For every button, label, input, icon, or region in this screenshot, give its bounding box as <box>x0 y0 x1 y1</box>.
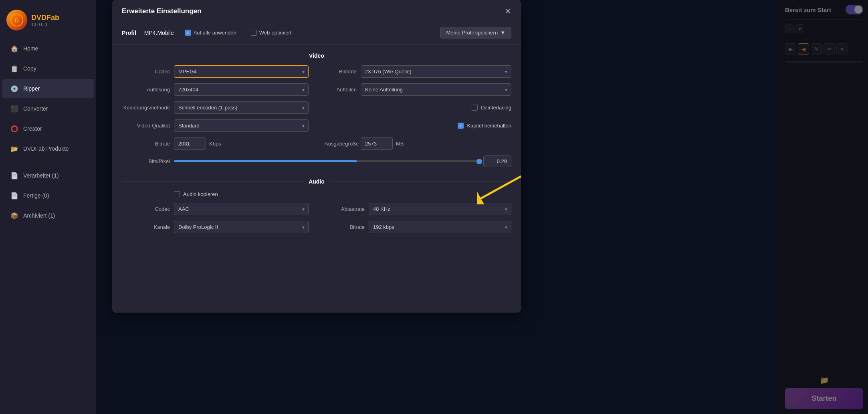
verarbeitet-icon: 📄 <box>10 172 18 180</box>
output-size-input[interactable] <box>361 137 393 150</box>
profile-label: Profil <box>122 30 136 36</box>
audio-codec-row: Codec AAC ▼ <box>122 203 309 215</box>
logo-icon: D <box>6 10 27 30</box>
bits-pixel-value[interactable] <box>483 156 511 167</box>
quality-row: Video-Qualität Standard ▼ <box>122 119 309 132</box>
app-version: 13.0.0.3 <box>31 22 59 27</box>
dvdfab-icon: 📂 <box>10 145 18 153</box>
sidebar-divider <box>6 162 90 162</box>
deinterlacing-group: Deinterlacing <box>472 105 511 111</box>
sidebar-item-verarbeitet[interactable]: 📄 Verarbeitet (1) <box>2 166 94 185</box>
sidebar-item-home[interactable]: 🏠 Home <box>2 39 94 58</box>
sidebar: D DVDFab 13.0.0.3 🏠 Home 📋 Copy 💿 Ripper… <box>0 0 96 414</box>
split-row: Aufteilen Keine Aufteilung ▼ <box>325 83 511 96</box>
audio-copy-group: Audio kopieren <box>174 191 218 197</box>
encoding-row: Kodierungsmethode Schnell encoden (1-pas… <box>122 101 309 114</box>
samplerate-label: Abtastrate <box>325 206 365 212</box>
sidebar-item-copy[interactable]: 📋 Copy <box>2 59 94 78</box>
framerate-row: Bildrate 23.976 (Wie Quelle) ▼ <box>325 65 511 78</box>
profile-name: MP4.Mobile <box>144 30 174 36</box>
channels-label: Kanäle <box>122 224 170 230</box>
save-profile-button[interactable]: Meine Profil speichern ▼ <box>440 27 512 38</box>
output-size-label: Ausgabegröße <box>325 141 357 147</box>
slider-thumb <box>476 159 482 164</box>
sidebar-nav: 🏠 Home 📋 Copy 💿 Ripper ⬛ Converter ⭕ Cre… <box>0 38 96 414</box>
quality-select[interactable]: Standard <box>174 119 309 132</box>
sidebar-item-archiviert[interactable]: 📦 Archiviert (1) <box>2 206 94 225</box>
ripper-icon: 💿 <box>10 85 18 93</box>
video-form-grid: Codec MPEG4 ▼ Bildrate 2 <box>122 65 511 150</box>
modal-overlay: Erweiterte Einstellungen ✕ Profil MP4.Mo… <box>96 0 868 414</box>
bitrate-label: Bitrate <box>122 141 170 147</box>
modal-header: Erweiterte Einstellungen ✕ <box>112 0 521 21</box>
keep-chapters-checkbox[interactable]: ✓ <box>458 123 464 129</box>
output-size-unit: MB <box>396 141 404 147</box>
sidebar-item-ripper[interactable]: 💿 Ripper <box>2 79 94 98</box>
codec-select[interactable]: MPEG4 <box>174 65 309 78</box>
copy-icon: 📋 <box>10 65 18 73</box>
codec-label: Codec <box>122 69 170 75</box>
framerate-label: Bildrate <box>325 69 357 75</box>
app-logo: D DVDFab 13.0.0.3 <box>0 4 96 38</box>
deinterlacing-checkbox[interactable] <box>472 105 478 111</box>
split-label: Aufteilen <box>325 87 357 93</box>
bits-pixel-slider[interactable] <box>174 160 479 162</box>
samplerate-row: Abtastrate 48 KHz ▼ <box>325 203 511 215</box>
modal-close-button[interactable]: ✕ <box>505 7 511 15</box>
keep-chapters-row: ✓ Kapitel beibehalten <box>325 119 511 132</box>
sidebar-bottom: 📄 Verarbeitet (1) 📄 Fertige (0) 📦 Archiv… <box>0 166 96 226</box>
video-section-divider: Video <box>122 53 511 59</box>
channels-select[interactable]: Dolby ProLogic II <box>174 221 309 233</box>
keep-chapters-group: ✓ Kapitel beibehalten <box>458 123 511 129</box>
split-select[interactable]: Keine Aufteilung <box>361 83 511 96</box>
sidebar-item-dvdfab-produkte[interactable]: 📂 DVDFab Produkte <box>2 139 94 158</box>
video-section-label: Video <box>309 53 324 59</box>
creator-icon: ⭕ <box>10 125 18 133</box>
home-icon: 🏠 <box>10 44 18 53</box>
framerate-select[interactable]: 23.976 (Wie Quelle) <box>361 65 511 78</box>
web-optimized-label: Web-optimiert <box>259 30 292 36</box>
channels-row: Kanäle Dolby ProLogic II ▼ <box>122 221 309 233</box>
audio-section-divider: Audio <box>122 178 511 185</box>
output-size-row: Ausgabegröße MB <box>325 137 511 150</box>
converter-icon: ⬛ <box>10 105 18 113</box>
resolution-label: Auflösung <box>122 87 170 93</box>
apply-all-checkbox[interactable]: ✓ <box>185 30 191 36</box>
bitrate-unit: Kbps <box>209 141 221 147</box>
audio-copy-checkbox[interactable] <box>174 191 180 197</box>
modal-body: Video Codec MPEG4 ▼ <box>112 44 521 243</box>
main-area: auf jedem Gerät. Mehr Erweiterte Einstel… <box>96 0 868 414</box>
svg-text:D: D <box>15 17 19 24</box>
sidebar-item-fertige[interactable]: 📄 Fertige (0) <box>2 186 94 205</box>
audio-copy-label: Audio kopieren <box>183 191 218 197</box>
encoding-select[interactable]: Schnell encoden (1-pass) <box>174 101 309 114</box>
audio-copy-row: Audio kopieren <box>122 191 511 197</box>
bitrate-row: Bitrate Kbps <box>122 137 309 150</box>
bitrate-input[interactable] <box>174 137 206 150</box>
fertige-icon: 📄 <box>10 192 18 200</box>
modal-title: Erweiterte Einstellungen <box>122 7 201 15</box>
audio-bitrate-select[interactable]: 192 kbps <box>369 221 511 233</box>
web-optimized-checkbox[interactable] <box>251 30 257 36</box>
sidebar-item-creator[interactable]: ⭕ Creator <box>2 119 94 138</box>
resolution-select[interactable]: 720x404 <box>174 83 309 96</box>
audio-form-grid: Codec AAC ▼ Abtastrate 4 <box>122 203 511 233</box>
bits-pixel-label: Bits/Pixel <box>122 158 170 164</box>
sidebar-item-converter[interactable]: ⬛ Converter <box>2 99 94 118</box>
apply-all-group: ✓ Auf alle anwenden <box>185 30 236 36</box>
archiviert-icon: 📦 <box>10 212 18 220</box>
audio-codec-label: Codec <box>122 206 170 212</box>
resolution-row: Auflösung 720x404 ▼ <box>122 83 309 96</box>
keep-chapters-label: Kapitel beibehalten <box>467 123 511 129</box>
app-name: DVDFab <box>31 14 59 22</box>
web-optimized-group: Web-optimiert <box>251 30 292 36</box>
audio-bitrate-label: Bitrate <box>325 224 365 230</box>
quality-label: Video-Qualität <box>122 123 170 129</box>
samplerate-select[interactable]: 48 KHz <box>369 203 511 215</box>
apply-all-label: Auf alle anwenden <box>194 30 236 36</box>
encoding-label: Kodierungsmethode <box>122 105 170 111</box>
modal-dialog: Erweiterte Einstellungen ✕ Profil MP4.Mo… <box>112 0 521 313</box>
deinterlacing-row: Deinterlacing <box>325 101 511 114</box>
audio-bitrate-row: Bitrate 192 kbps ▼ <box>325 221 511 233</box>
audio-codec-select[interactable]: AAC <box>174 203 309 215</box>
